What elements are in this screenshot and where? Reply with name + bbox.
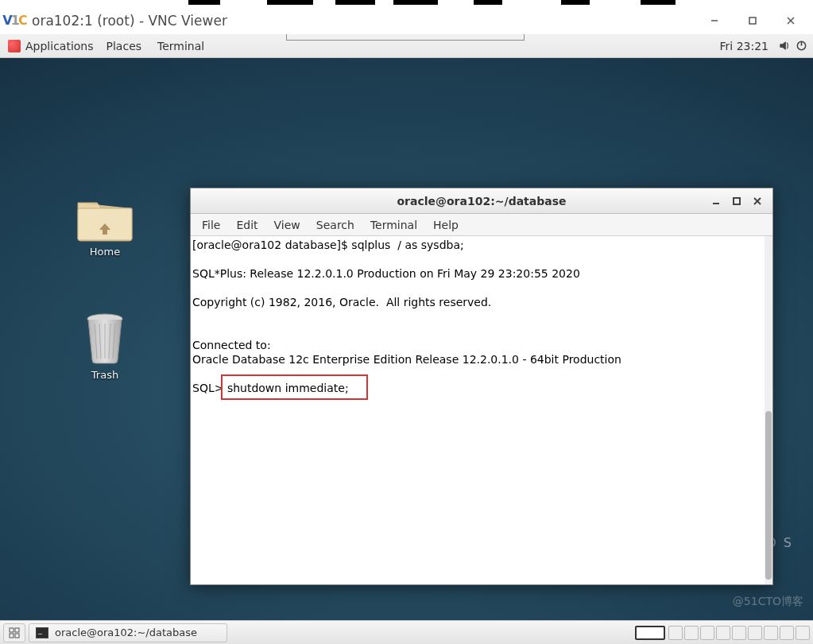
- clock[interactable]: Fri 23:21: [714, 38, 775, 54]
- svg-rect-17: [10, 628, 14, 632]
- power-icon[interactable]: [792, 40, 810, 52]
- svg-rect-20: [15, 634, 19, 638]
- system-tray: [668, 626, 810, 640]
- taskbar-task-label: oracle@ora102:~/database: [55, 627, 197, 638]
- vnc-window-title: ora102:1 (root) - VNC Viewer: [32, 13, 227, 29]
- tray-icon[interactable]: [796, 626, 810, 640]
- input-indicator[interactable]: [635, 626, 665, 640]
- menu-terminal[interactable]: Terminal: [362, 216, 425, 234]
- maximize-button[interactable]: [734, 9, 772, 33]
- tray-icon[interactable]: [684, 626, 699, 640]
- scrollbar-thumb[interactable]: [765, 411, 772, 580]
- term-line: Copyright (c) 1982, 2016, Oracle. All ri…: [192, 296, 491, 308]
- blog-watermark: @51CTO博客: [733, 595, 803, 609]
- svg-rect-1: [749, 17, 756, 24]
- trash-icon: [82, 311, 128, 367]
- artifact-outline: [286, 34, 525, 41]
- term-line: [oracle@ora102 database]$ sqlplus / as s…: [192, 239, 464, 251]
- terminal-title: oracle@ora102:~/database: [191, 195, 772, 208]
- terminal-window: oracle@ora102:~/database File Edit View …: [190, 188, 773, 585]
- applications-menu[interactable]: Applications: [3, 38, 99, 54]
- folder-icon: [73, 192, 137, 243]
- tray-icon[interactable]: [764, 626, 778, 640]
- term-line: SQL*Plus: Release 12.2.0.1.0 Production …: [192, 267, 580, 280]
- tray-icon[interactable]: [700, 626, 714, 640]
- terminal-scrollbar[interactable]: [765, 236, 772, 584]
- show-desktop-button[interactable]: [3, 623, 25, 642]
- vnc-titlebar: V1C ora102:1 (root) - VNC Viewer: [0, 6, 813, 34]
- trash-label: Trash: [65, 369, 145, 381]
- command-highlight-box: [221, 374, 368, 400]
- terminal-maximize-button[interactable]: [731, 196, 742, 207]
- volume-icon[interactable]: [775, 40, 792, 52]
- desktop-background[interactable]: Home Trash CENTOS @51CTO博客 oracle@ora102…: [0, 58, 813, 620]
- terminal-minimize-button[interactable]: [710, 196, 722, 207]
- applications-label: Applications: [25, 40, 94, 52]
- vnc-window-controls: [695, 9, 810, 33]
- terminal-menubar: File Edit View Search Terminal Help: [191, 214, 772, 236]
- tray-icon[interactable]: [748, 626, 762, 640]
- svg-rect-19: [10, 634, 14, 638]
- home-label: Home: [65, 246, 145, 258]
- gnome-taskbar: oracle@ora102:~/database: [0, 620, 813, 644]
- minimize-button[interactable]: [695, 9, 734, 33]
- cropped-artifact-strip: [0, 0, 813, 6]
- menu-help[interactable]: Help: [425, 216, 467, 234]
- terminal-output[interactable]: [oracle@ora102 database]$ sqlplus / as s…: [191, 236, 772, 584]
- vnc-logo-icon: V1C: [3, 10, 25, 32]
- menu-view[interactable]: View: [266, 216, 308, 234]
- term-line: Connected to:: [192, 339, 271, 351]
- tray-icon[interactable]: [716, 626, 730, 640]
- terminal-task-icon: [36, 627, 48, 638]
- menu-file[interactable]: File: [194, 216, 228, 234]
- terminal-close-button[interactable]: [752, 196, 763, 207]
- menu-edit[interactable]: Edit: [228, 216, 265, 234]
- places-menu[interactable]: Places: [99, 38, 150, 54]
- menu-search[interactable]: Search: [308, 216, 362, 234]
- terminal-menu[interactable]: Terminal: [149, 38, 212, 54]
- terminal-titlebar[interactable]: oracle@ora102:~/database: [191, 188, 772, 214]
- taskbar-terminal-entry[interactable]: oracle@ora102:~/database: [29, 623, 227, 642]
- term-line: Oracle Database 12c Enterprise Edition R…: [192, 353, 621, 366]
- trash-desktop-icon[interactable]: Trash: [65, 311, 145, 381]
- tray-icon[interactable]: [780, 626, 794, 640]
- svg-rect-14: [734, 198, 740, 204]
- home-desktop-icon[interactable]: Home: [65, 192, 145, 258]
- applications-icon: [8, 40, 21, 52]
- close-button[interactable]: [772, 9, 810, 33]
- tray-icon[interactable]: [732, 626, 746, 640]
- tray-icon[interactable]: [668, 626, 683, 640]
- svg-rect-18: [15, 628, 19, 632]
